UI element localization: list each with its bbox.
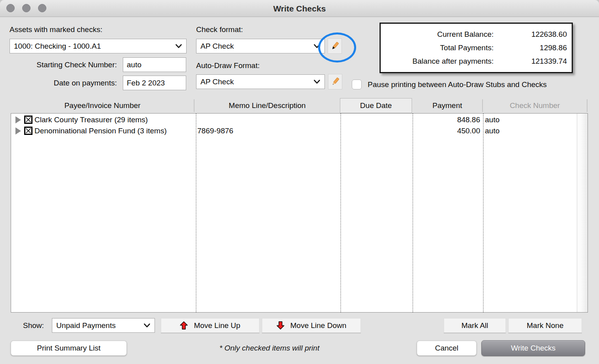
payment-cell: 848.86 <box>414 114 480 125</box>
auto-draw-format-label: Auto-Draw Format: <box>196 61 259 70</box>
arrow-up-icon <box>180 321 188 330</box>
move-line-up-button[interactable]: Move Line Up <box>161 318 259 333</box>
only-checked-note: * Only checked items will print <box>182 344 357 353</box>
chevron-down-icon <box>313 80 320 84</box>
check-format-dropdown-value: AP Check <box>200 42 234 51</box>
assets-dropdown-value: 1000: Checking - 1000.A1 <box>14 42 101 51</box>
print-summary-list-button[interactable]: Print Summary List <box>11 341 127 356</box>
pencil-icon <box>330 76 340 87</box>
balance-after-payments-value: 121339.74 <box>494 57 567 66</box>
check-number-cell: auto <box>485 125 572 136</box>
show-dropdown[interactable]: Unpaid Payments <box>52 318 155 333</box>
write-checks-dialog: Write Checks Assets with marked checks: … <box>0 0 599 364</box>
starting-check-number-label: Starting Check Number: <box>10 61 117 69</box>
payee-cell: Clark County Treasurer (29 items) <box>34 114 196 125</box>
disclosure-triangle-icon[interactable] <box>15 116 21 123</box>
auto-draw-format-dropdown[interactable]: AP Check <box>196 74 325 89</box>
mark-none-label: Mark None <box>527 321 564 330</box>
starting-check-number-input[interactable] <box>123 57 186 72</box>
mark-none-button[interactable]: Mark None <box>508 318 582 333</box>
move-line-up-label: Move Line Up <box>194 321 240 330</box>
current-balance-label: Current Balance: <box>437 30 494 39</box>
pencil-icon <box>330 41 340 52</box>
table-row[interactable]: Denominational Pension Fund (3 items) 78… <box>11 125 577 136</box>
window-title: Write Checks <box>0 0 599 17</box>
column-header-payee[interactable]: Payee/Invoice Number <box>11 98 194 113</box>
total-payments-label: Total Payments: <box>440 44 494 52</box>
vertical-scrollbar[interactable] <box>577 114 588 312</box>
move-line-down-button[interactable]: Move Line Down <box>262 318 361 333</box>
arrow-down-icon <box>277 321 284 330</box>
current-balance-row: Current Balance: 122638.60 <box>385 30 567 39</box>
check-format-label: Check format: <box>196 25 243 34</box>
column-divider <box>340 114 341 312</box>
checked-box-icon[interactable] <box>24 116 32 124</box>
assets-label: Assets with marked checks: <box>10 25 102 34</box>
mark-all-button[interactable]: Mark All <box>444 318 506 333</box>
edit-auto-draw-format-button[interactable] <box>328 74 342 89</box>
payment-cell: 450.00 <box>414 125 480 136</box>
balance-after-payments-row: Balance after payments: 121339.74 <box>385 57 567 66</box>
total-payments-value: 1298.86 <box>494 44 567 52</box>
memo-cell: 7869-9876 <box>197 125 339 136</box>
chevron-down-icon <box>143 323 151 328</box>
show-dropdown-value: Unpaid Payments <box>56 321 116 330</box>
check-format-dropdown[interactable]: AP Check <box>196 39 325 53</box>
column-divider <box>483 114 484 312</box>
write-checks-button[interactable]: Write Checks <box>481 340 585 356</box>
date-on-payments-label: Date on payments: <box>10 79 117 87</box>
column-divider <box>196 114 196 312</box>
check-number-cell: auto <box>485 114 572 125</box>
column-header-payment[interactable]: Payment <box>412 98 483 113</box>
auto-draw-format-dropdown-value: AP Check <box>200 78 234 86</box>
show-label: Show: <box>23 321 44 330</box>
chevron-down-icon <box>313 44 320 49</box>
column-header-check-number[interactable]: Check Number <box>483 98 587 113</box>
current-balance-value: 122638.60 <box>494 30 567 39</box>
payments-table: Clark County Treasurer (29 items) 848.86… <box>11 113 588 313</box>
total-payments-row: Total Payments: 1298.86 <box>385 44 567 52</box>
date-on-payments-input[interactable] <box>123 76 186 90</box>
balance-summary-box: Current Balance: 122638.60 Total Payment… <box>380 23 573 73</box>
disclosure-triangle-icon[interactable] <box>15 127 21 135</box>
pause-printing-checkbox[interactable] <box>352 80 362 89</box>
cancel-button[interactable]: Cancel <box>417 341 477 356</box>
assets-dropdown[interactable]: 1000: Checking - 1000.A1 <box>10 39 187 53</box>
column-header-memo[interactable]: Memo Line/Description <box>195 98 340 113</box>
cancel-label: Cancel <box>435 344 458 353</box>
title-bar: Write Checks <box>0 0 599 17</box>
balance-after-payments-label: Balance after payments: <box>412 57 494 66</box>
column-header-due-date[interactable]: Due Date <box>340 98 412 113</box>
move-line-down-label: Move Line Down <box>290 321 347 330</box>
pause-printing-label: Pause printing between Auto-Draw Stubs a… <box>368 80 547 89</box>
edit-check-format-button[interactable] <box>328 38 342 54</box>
column-divider <box>412 114 413 312</box>
chevron-down-icon <box>175 44 182 49</box>
print-summary-list-label: Print Summary List <box>37 344 100 353</box>
header-divider <box>587 99 588 112</box>
checked-box-icon[interactable] <box>24 127 32 135</box>
mark-all-label: Mark All <box>462 321 488 330</box>
write-checks-label: Write Checks <box>511 344 556 353</box>
table-row[interactable]: Clark County Treasurer (29 items) 848.86… <box>11 114 577 125</box>
payee-cell: Denominational Pension Fund (3 items) <box>34 125 196 136</box>
